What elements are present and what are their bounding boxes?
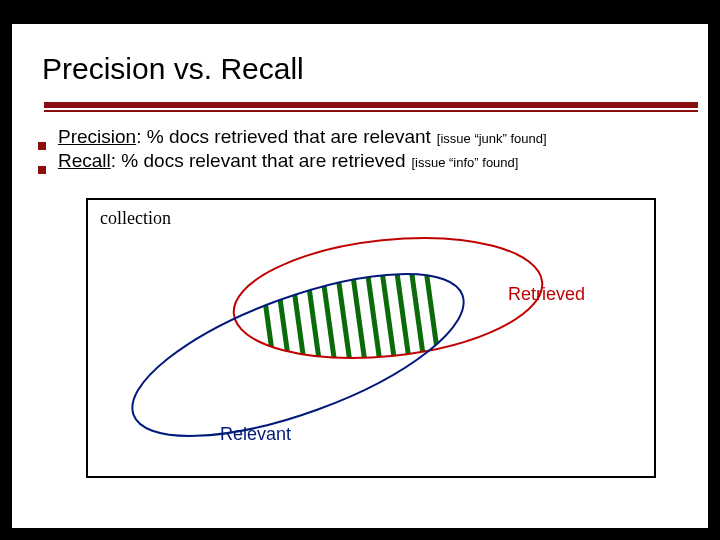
bullet-term: Precision (58, 126, 136, 147)
bullet-list: Precision: % docs retrieved that are rel… (38, 126, 698, 174)
venn-svg (88, 200, 658, 480)
bullet-text: Recall: % docs relevant that are retriev… (58, 150, 405, 172)
relevant-ellipse (114, 241, 483, 470)
bullet-annotation: [issue “junk” found] (437, 131, 547, 146)
bullet-recall: Recall: % docs relevant that are retriev… (38, 150, 698, 172)
svg-line-7 (333, 240, 351, 370)
bullet-annotation: [issue “info” found] (411, 155, 518, 170)
bullet-rest: : % docs relevant that are retrieved (111, 150, 406, 171)
svg-line-6 (318, 242, 336, 372)
divider-thin (44, 110, 698, 112)
bullet-text: Precision: % docs retrieved that are rel… (58, 126, 431, 148)
svg-line-13 (423, 248, 441, 378)
bullet-rest: : % docs retrieved that are relevant (136, 126, 431, 147)
divider-thick (44, 102, 698, 108)
venn-figure: collection (86, 198, 656, 478)
svg-line-4 (288, 246, 306, 376)
retrieved-label: Retrieved (508, 284, 585, 305)
slide: Precision vs. Recall Precision: % docs r… (12, 24, 708, 528)
bullet-term: Recall (58, 150, 111, 171)
relevant-label: Relevant (220, 424, 291, 445)
page-title: Precision vs. Recall (42, 52, 304, 86)
bullet-icon (38, 142, 46, 150)
svg-line-12 (408, 246, 426, 376)
bullet-precision: Precision: % docs retrieved that are rel… (38, 126, 698, 148)
bullet-icon (38, 166, 46, 174)
